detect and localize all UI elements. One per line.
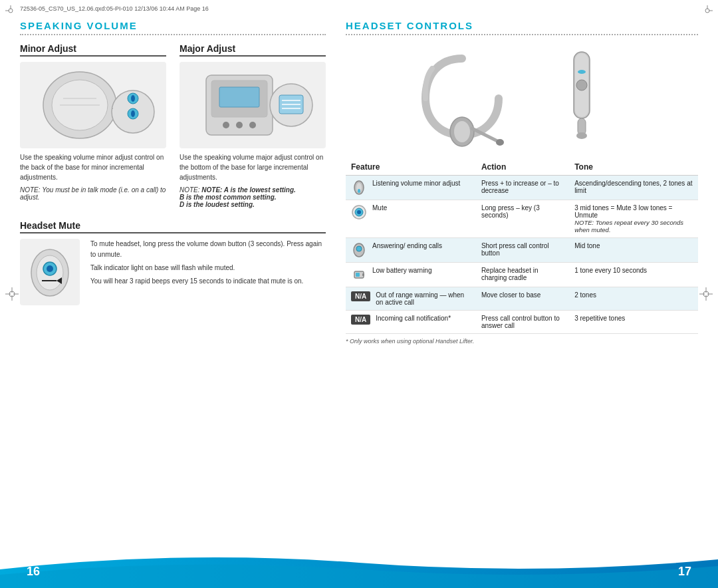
feature-cell-5: N/AIncoming call notification* <box>346 311 476 334</box>
mute-instruction3: You will hear 3 rapid beeps every 15 sec… <box>90 276 326 287</box>
table-row: Listening volume minor adjustPress + to … <box>346 176 698 200</box>
mute-text: To mute headset, long press the volume d… <box>90 239 326 287</box>
col-tone: Tone <box>569 159 698 176</box>
mute-icon <box>351 204 367 220</box>
svg-point-39 <box>576 80 587 90</box>
action-cell-2: Short press call control button <box>476 238 569 263</box>
footnote: * Only works when using optional Handset… <box>346 338 698 345</box>
feature-cell-4: N/AOut of range warning — when on active… <box>346 287 476 311</box>
table-row: Low battery warningReplace headset in ch… <box>346 263 698 287</box>
feature-cell-0: Listening volume minor adjust <box>346 176 476 200</box>
major-adjust-col: Major Adjust <box>180 43 326 208</box>
major-adjust-image <box>180 62 326 148</box>
table-row: MuteLong press – key (3 seconds)3 mid to… <box>346 200 698 238</box>
page-container: SPEAKING VOLUME Minor Adjust <box>20 20 698 548</box>
svg-point-42 <box>576 132 587 139</box>
minor-adjust-note: NOTE: You must be in talk mode (i.e. on … <box>20 186 166 201</box>
tone-cell-3: 1 tone every 10 seconds <box>569 263 698 287</box>
tone-note-1: NOTE: Tones repeat every 30 seconds when… <box>574 219 693 233</box>
feature-cell-2: Answering/ ending calls <box>346 238 476 263</box>
svg-rect-52 <box>362 273 364 276</box>
svg-point-21 <box>249 122 256 128</box>
svg-rect-18 <box>219 87 259 107</box>
svg-point-30 <box>47 265 53 272</box>
action-cell-5: Press call control button to answer call <box>476 311 569 334</box>
svg-point-12 <box>131 95 135 102</box>
adjust-row: Minor Adjust <box>20 43 326 208</box>
major-adjust-text: Use the speaking volume major adjust con… <box>180 152 326 182</box>
svg-point-50 <box>356 246 362 251</box>
mute-instruction2: Talk indicator light on base will flash … <box>90 263 326 273</box>
svg-point-19 <box>223 122 229 128</box>
svg-point-34 <box>454 121 470 142</box>
feature-text-3: Low battery warning <box>372 267 432 274</box>
svg-point-14 <box>131 110 135 117</box>
svg-rect-53 <box>356 273 360 277</box>
major-adjust-label: Major Adjust <box>180 43 326 57</box>
mute-label: Headset Mute <box>20 220 326 233</box>
call-icon <box>351 242 367 258</box>
note-b: B is the most common setting. <box>180 194 277 201</box>
mute-row: To mute headset, long press the volume d… <box>20 239 326 305</box>
major-adjust-note: NOTE: NOTE: A is the lowest setting. B i… <box>180 186 326 208</box>
table-row: N/AIncoming call notification*Press call… <box>346 311 698 334</box>
header-text: 72536-05_CS70_US_12.06.qxd:05-PI-010 12/… <box>20 5 209 12</box>
headset-images-row <box>346 43 698 150</box>
tone-cell-5: 3 repetitive tones <box>569 311 698 334</box>
svg-point-40 <box>578 70 586 74</box>
crosshair-left <box>5 287 19 301</box>
tone-cell-0: Ascending/descending tones, 2 tones at l… <box>569 176 698 200</box>
note-d: D is the loudest setting. <box>180 201 255 208</box>
table-row: N/AOut of range warning — when on active… <box>346 287 698 311</box>
battery-icon <box>351 267 367 283</box>
mute-img-headset <box>20 239 80 305</box>
minor-adjust-image <box>20 62 166 148</box>
mute-instruction1: To mute headset, long press the volume d… <box>90 239 326 260</box>
speaking-volume-title: SPEAKING VOLUME <box>20 20 326 35</box>
headset-img-2 <box>529 43 635 150</box>
svg-point-20 <box>236 122 243 128</box>
page-num-right: 17 <box>678 565 691 579</box>
col-action: Action <box>476 159 569 176</box>
na-badge: N/A <box>351 315 370 325</box>
mute-images <box>20 239 80 305</box>
left-panel: SPEAKING VOLUME Minor Adjust <box>20 20 339 548</box>
headset-controls-title: HEADSET CONTROLS <box>346 20 698 35</box>
na-badge: N/A <box>351 291 370 301</box>
note-a: NOTE: A is the lowest setting. <box>201 186 296 194</box>
footer-wave-svg <box>0 549 718 588</box>
tone-cell-1: 3 mid tones = Mute 3 low tones = UnmuteN… <box>569 200 698 238</box>
page-header: 72536-05_CS70_US_12.06.qxd:05-PI-010 12/… <box>20 5 209 12</box>
col-feature: Feature <box>346 159 476 176</box>
minor-adjust-text: Use the speaking volume minor adjust con… <box>20 152 166 182</box>
action-cell-4: Move closer to base <box>476 287 569 311</box>
feature-cell-1: Mute <box>346 200 476 238</box>
minor-adjust-col: Minor Adjust <box>20 43 166 208</box>
crosshair-top-right <box>702 5 713 16</box>
svg-rect-45 <box>358 189 360 193</box>
feature-text-5: Incoming call notification* <box>376 315 451 322</box>
page-num-left: 16 <box>27 565 40 579</box>
action-cell-1: Long press – key (3 seconds) <box>476 200 569 238</box>
right-panel: HEADSET CONTROLS <box>339 20 698 548</box>
note-prefix: NOTE: <box>180 186 201 194</box>
controls-table: Feature Action Tone Listening volume min… <box>346 159 698 334</box>
action-cell-3: Replace headset in charging cradle <box>476 263 569 287</box>
feature-cell-3: Low battery warning <box>346 263 476 287</box>
svg-point-36 <box>496 139 504 146</box>
volume-icon <box>351 180 367 196</box>
mute-section: Headset Mute <box>20 220 326 305</box>
feature-text-4: Out of range warning — when on active ca… <box>376 291 471 306</box>
feature-text-1: Mute <box>372 204 387 212</box>
table-row: Answering/ ending callsShort press call … <box>346 238 698 263</box>
footer: 16 17 <box>0 549 718 588</box>
table-header-row: Feature Action Tone <box>346 159 698 176</box>
crosshair-right <box>699 287 713 301</box>
tone-cell-4: 2 tones <box>569 287 698 311</box>
feature-text-0: Listening volume minor adjust <box>372 180 460 187</box>
minor-adjust-label: Minor Adjust <box>20 43 166 57</box>
svg-point-48 <box>357 210 361 214</box>
feature-text-2: Answering/ ending calls <box>372 242 442 249</box>
tone-cell-2: Mid tone <box>569 238 698 263</box>
headset-img-1 <box>409 43 515 150</box>
